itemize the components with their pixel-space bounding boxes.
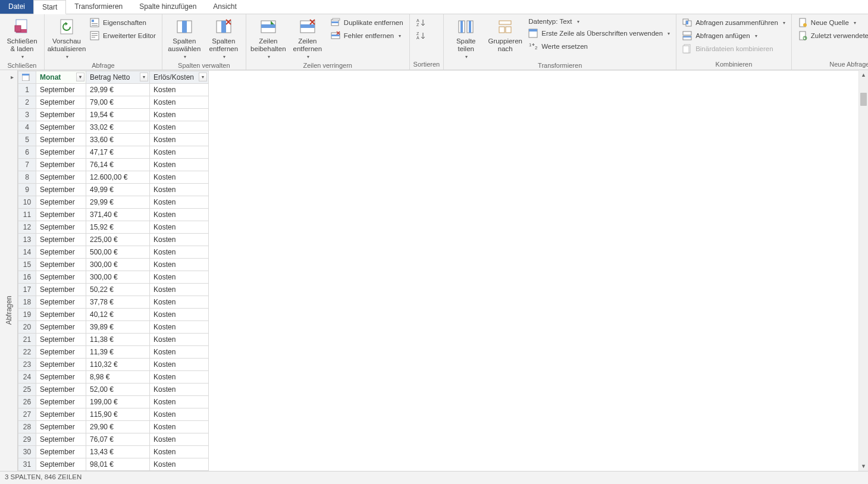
row-number[interactable]: 17 [18, 284, 36, 296]
cell-monat[interactable]: September [36, 271, 86, 284]
tab-file[interactable]: Datei [0, 0, 33, 14]
cell-erloes[interactable]: Kosten [150, 446, 209, 458]
cell-erloes[interactable]: Kosten [150, 134, 209, 146]
cell-monat[interactable]: September [36, 296, 86, 309]
cell-erloes[interactable]: Kosten [150, 309, 209, 321]
row-number[interactable]: 27 [18, 408, 36, 421]
tab-start[interactable]: Start [33, 0, 66, 14]
cell-betrag[interactable]: 500,00 € [86, 246, 150, 259]
cell-monat[interactable]: September [36, 446, 86, 458]
cell-betrag[interactable]: 300,00 € [86, 271, 150, 284]
sort-asc-button[interactable]: AZ [413, 17, 428, 29]
tab-add-column[interactable]: Spalte hinzufügen [131, 0, 205, 14]
cell-betrag[interactable]: 13,43 € [86, 446, 150, 458]
row-number[interactable]: 18 [18, 296, 36, 309]
cell-betrag[interactable]: 52,00 € [86, 384, 150, 396]
cell-betrag[interactable]: 76,14 € [86, 159, 150, 171]
keep-rows-button[interactable]: Zeilenbeibehalten [250, 15, 287, 61]
close-and-load-button[interactable]: Schließen& laden [4, 15, 40, 61]
row-number[interactable]: 26 [18, 396, 36, 408]
row-number[interactable]: 29 [18, 433, 36, 446]
table-row[interactable]: 6September47,17 €Kosten [18, 146, 209, 159]
scroll-up-button[interactable]: ▲ [859, 70, 868, 80]
cell-monat[interactable]: September [36, 134, 86, 146]
row-number[interactable]: 4 [18, 121, 36, 134]
cell-erloes[interactable]: Kosten [150, 121, 209, 134]
scroll-thumb[interactable] [860, 93, 867, 106]
cell-monat[interactable]: September [36, 458, 86, 471]
filter-betrag[interactable]: ▾ [140, 73, 148, 81]
cell-betrag[interactable]: 371,40 € [86, 209, 150, 221]
cell-monat[interactable]: September [36, 84, 86, 96]
cell-betrag[interactable]: 40,12 € [86, 309, 150, 321]
row-number[interactable]: 28 [18, 421, 36, 433]
first-row-header-button[interactable]: Erste Zeile als Überschriften verwenden [526, 27, 672, 39]
cell-monat[interactable]: September [36, 146, 86, 159]
table-row[interactable]: 11September371,40 €Kosten [18, 209, 209, 221]
cell-betrag[interactable]: 12.600,00 € [86, 171, 150, 184]
cell-erloes[interactable]: Kosten [150, 109, 209, 121]
table-row[interactable]: 7September76,14 €Kosten [18, 159, 209, 171]
cell-betrag[interactable]: 19,54 € [86, 109, 150, 121]
cell-betrag[interactable]: 8,98 € [86, 371, 150, 384]
row-number[interactable]: 23 [18, 359, 36, 371]
cell-erloes[interactable]: Kosten [150, 84, 209, 96]
cell-erloes[interactable]: Kosten [150, 146, 209, 159]
cell-monat[interactable]: September [36, 234, 86, 246]
table-row[interactable]: 30September13,43 €Kosten [18, 446, 209, 458]
cell-monat[interactable]: September [36, 171, 86, 184]
cell-betrag[interactable]: 199,00 € [86, 396, 150, 408]
table-row[interactable]: 15September300,00 €Kosten [18, 259, 209, 271]
cell-erloes[interactable]: Kosten [150, 184, 209, 196]
filter-erloes[interactable]: ▾ [199, 73, 207, 81]
row-number[interactable]: 13 [18, 234, 36, 246]
table-row[interactable]: 25September52,00 €Kosten [18, 384, 209, 396]
replace-values-button[interactable]: 12Werte ersetzen [526, 40, 672, 52]
cell-monat[interactable]: September [36, 408, 86, 421]
cell-monat[interactable]: September [36, 396, 86, 408]
row-number[interactable]: 31 [18, 458, 36, 471]
table-row[interactable]: 22September11,39 €Kosten [18, 346, 209, 359]
datatype-button[interactable]: Datentyp: Text [526, 17, 672, 26]
tab-transform[interactable]: Transformieren [66, 0, 131, 14]
row-number[interactable]: 16 [18, 271, 36, 284]
cell-monat[interactable]: September [36, 159, 86, 171]
cell-erloes[interactable]: Kosten [150, 96, 209, 109]
refresh-preview-button[interactable]: Vorschauaktualisieren [48, 15, 85, 61]
cell-betrag[interactable]: 110,32 € [86, 359, 150, 371]
row-number[interactable]: 14 [18, 246, 36, 259]
cell-monat[interactable]: September [36, 259, 86, 271]
table-row[interactable]: 18September37,78 €Kosten [18, 296, 209, 309]
table-row[interactable]: 5September33,60 €Kosten [18, 134, 209, 146]
column-header-monat[interactable]: Monat▾ [36, 71, 86, 84]
new-source-button[interactable]: Neue Quelle [795, 17, 868, 29]
cell-erloes[interactable]: Kosten [150, 384, 209, 396]
cell-erloes[interactable]: Kosten [150, 421, 209, 433]
table-row[interactable]: 31September98,01 €Kosten [18, 458, 209, 471]
cell-erloes[interactable]: Kosten [150, 433, 209, 446]
table-row[interactable]: 23September110,32 €Kosten [18, 359, 209, 371]
cell-monat[interactable]: September [36, 421, 86, 433]
choose-columns-button[interactable]: Spaltenauswählen [166, 15, 203, 61]
row-number[interactable]: 6 [18, 146, 36, 159]
scroll-down-button[interactable]: ▼ [859, 461, 868, 471]
table-row[interactable]: 20September39,89 €Kosten [18, 321, 209, 334]
row-number[interactable]: 21 [18, 334, 36, 346]
advanced-editor-button[interactable]: Erweiterter Editor [87, 30, 158, 42]
cell-erloes[interactable]: Kosten [150, 458, 209, 471]
cell-erloes[interactable]: Kosten [150, 271, 209, 284]
cell-erloes[interactable]: Kosten [150, 321, 209, 334]
vertical-scrollbar[interactable]: ▲ ▼ [858, 70, 868, 471]
row-number[interactable]: 22 [18, 346, 36, 359]
table-row[interactable]: 27September115,90 €Kosten [18, 408, 209, 421]
merge-queries-button[interactable]: Abfragen zusammenführen [680, 17, 788, 29]
table-row[interactable]: 28September29,90 €Kosten [18, 421, 209, 433]
row-number[interactable]: 7 [18, 159, 36, 171]
row-number[interactable]: 20 [18, 321, 36, 334]
sort-desc-button[interactable]: ZA [413, 30, 428, 42]
cell-erloes[interactable]: Kosten [150, 371, 209, 384]
table-row[interactable]: 16September300,00 €Kosten [18, 271, 209, 284]
cell-monat[interactable]: September [36, 96, 86, 109]
cell-erloes[interactable]: Kosten [150, 234, 209, 246]
row-number[interactable]: 15 [18, 259, 36, 271]
